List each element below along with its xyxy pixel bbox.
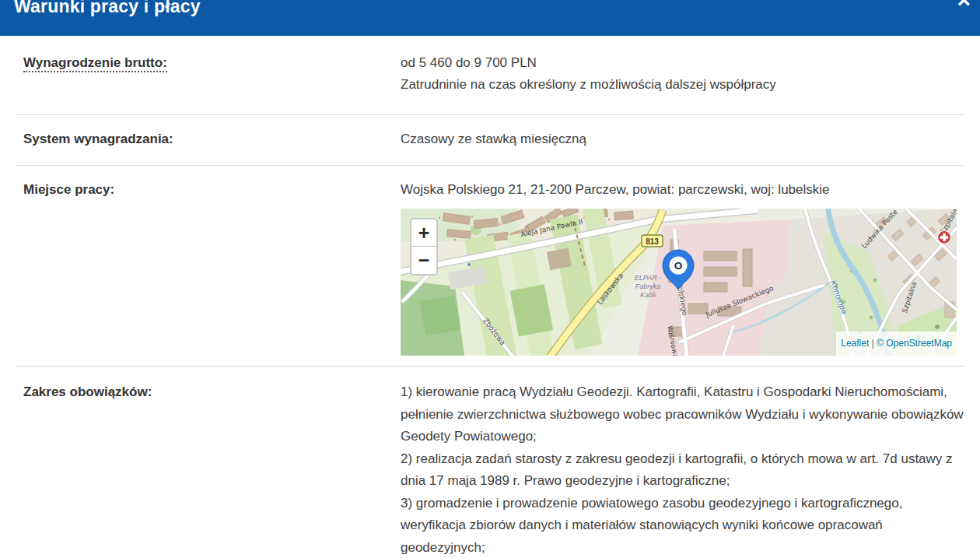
poi-dot xyxy=(467,263,471,266)
zoom-in-button[interactable]: + xyxy=(411,219,436,247)
map-zoom-control: + − xyxy=(410,218,438,275)
zoom-out-button[interactable]: − xyxy=(411,247,436,274)
job-offer-dialog: Warunki pracy i płacy × Wynagrodzenie br… xyxy=(0,0,980,558)
attribution-divider: | xyxy=(872,338,874,349)
close-icon[interactable]: × xyxy=(957,0,971,12)
hospital-icon xyxy=(938,231,951,244)
svg-text:813: 813 xyxy=(646,237,659,246)
employment-note: Zatrudninie na czas określony z możliwoś… xyxy=(401,74,964,96)
row-system-wynagradzania: System wynagradzania: Czasowy ze stawką … xyxy=(16,115,964,166)
wynagrodzenie-label-tooltip[interactable]: Wynagrodzenie brutto: xyxy=(23,55,167,72)
wynagrodzenie-value: od 5 460 do 9 700 PLN Zatrudninie na cza… xyxy=(401,52,964,96)
workplace-address: Wojska Polskiego 21, 21-200 Parczew, pow… xyxy=(401,179,964,201)
salary-range: od 5 460 do 9 700 PLN xyxy=(401,52,964,74)
leaflet-link[interactable]: Leaflet xyxy=(841,338,869,349)
row-wynagrodzenie: Wynagrodzenie brutto: od 5 460 do 9 700 … xyxy=(16,36,964,115)
location-map[interactable]: 813 Aleja Jana Pawła II Laskowska Zbożow… xyxy=(401,209,957,356)
row-label: System wynagradzania: xyxy=(16,128,401,150)
row-label: Miejsce pracy: xyxy=(16,179,401,356)
miejsce-value: Wojska Polskiego 21, 21-200 Parczew, pow… xyxy=(401,179,964,356)
svg-text:ELPAR -: ELPAR - xyxy=(635,274,661,282)
duty-item: 1) kierowanie pracą Wydziału Geodezji. K… xyxy=(401,381,964,448)
map-attribution: Leaflet | © OpenStreetMap xyxy=(836,332,957,356)
road-badge-813: 813 xyxy=(642,235,663,247)
conditions-table: Wynagrodzenie brutto: od 5 460 do 9 700 … xyxy=(0,36,980,558)
dialog-title: Warunki pracy i płacy xyxy=(14,0,201,17)
duty-item: 3) gromadzenie i prowadzenie powiatowego… xyxy=(401,493,964,558)
zakres-value: 1) kierowanie pracą Wydziału Geodezji. K… xyxy=(401,381,964,558)
row-zakres-obowiazkow: Zakres obowiązków: 1) kierowanie pracą W… xyxy=(16,367,964,558)
svg-text:O: O xyxy=(674,260,683,272)
svg-text:Fabryka: Fabryka xyxy=(635,283,661,290)
openstreetmap-link[interactable]: © OpenStreetMap xyxy=(877,338,952,349)
row-miejsce-pracy: Miejsce pracy: Wojska Polskiego 21, 21-2… xyxy=(16,166,964,367)
dialog-header: Warunki pracy i płacy × xyxy=(0,0,980,36)
forest-patch xyxy=(420,295,460,335)
row-label: Wynagrodzenie brutto: xyxy=(16,52,401,96)
duty-item: 2) realizacja zadań starosty z zakresu g… xyxy=(401,448,964,493)
svg-text:Kabli: Kabli xyxy=(640,291,656,299)
system-value: Czasowy ze stawką miesięczną xyxy=(401,128,964,150)
row-label: Zakres obowiązków: xyxy=(16,381,401,558)
